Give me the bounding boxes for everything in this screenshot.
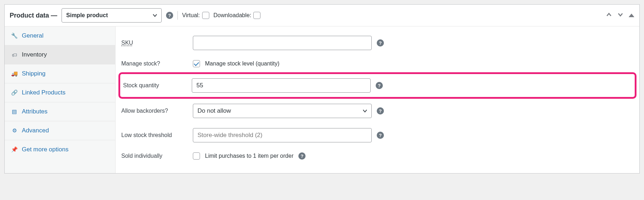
help-icon[interactable]: ? — [376, 82, 383, 89]
tab-linked-products[interactable]: 🔗 Linked Products — [5, 83, 115, 102]
panel-body: 🔧 General 🏷 Inventory 🚚 Shipping 🔗 Linke… — [5, 26, 639, 173]
stock-quantity-input[interactable] — [192, 78, 371, 93]
downloadable-checkbox[interactable] — [253, 12, 260, 19]
allow-backorders-select[interactable]: Do not allow — [193, 104, 372, 118]
product-type-selected: Simple product — [66, 12, 108, 19]
tab-attributes[interactable]: ▤ Attributes — [5, 102, 115, 121]
highlight-stock-quantity: Stock quantity ? — [118, 72, 636, 99]
downloadable-label: Downloadable: — [214, 12, 252, 19]
row-sku: SKU ? — [116, 31, 639, 55]
sku-input[interactable] — [193, 36, 372, 50]
help-icon[interactable]: ? — [377, 132, 384, 139]
tab-label: Attributes — [22, 108, 48, 115]
allow-backorders-selected: Do not allow — [197, 107, 231, 114]
row-allow-backorders: Allow backorders? Do not allow ? — [116, 99, 639, 123]
sold-individually-checkbox-label: Limit purchases to 1 item per order — [205, 153, 293, 159]
allow-backorders-label: Allow backorders? — [121, 108, 193, 114]
downloadable-option: Downloadable: — [214, 12, 261, 19]
tab-general[interactable]: 🔧 General — [5, 26, 115, 45]
help-icon[interactable]: ? — [377, 39, 384, 47]
tab-label: Get more options — [22, 146, 68, 153]
sku-label: SKU — [121, 40, 193, 46]
manage-stock-checkbox[interactable] — [193, 60, 200, 67]
sold-individually-checkbox[interactable] — [193, 152, 200, 160]
gear-icon: ⚙ — [11, 127, 18, 134]
chevron-up-icon[interactable] — [606, 11, 612, 19]
chevron-down-icon — [362, 108, 368, 114]
stock-quantity-label: Stock quantity — [123, 82, 192, 89]
virtual-option: Virtual: — [182, 12, 209, 19]
virtual-checkbox[interactable] — [202, 12, 209, 19]
manage-stock-label: Manage stock? — [121, 60, 193, 67]
row-sold-individually: Sold individually Limit purchases to 1 i… — [116, 147, 639, 165]
tab-content-inventory: SKU ? Manage stock? Manage stock level (… — [116, 26, 639, 173]
product-type-select[interactable]: Simple product — [62, 8, 162, 23]
chevron-down-icon[interactable] — [617, 11, 624, 19]
help-icon[interactable]: ? — [166, 12, 173, 19]
tab-get-more-options[interactable]: 📌 Get more options — [5, 140, 115, 159]
wrench-icon: 🔧 — [11, 33, 18, 39]
divider — [177, 11, 178, 20]
panel-title: Product data — — [10, 12, 57, 19]
virtual-label: Virtual: — [182, 12, 200, 19]
collapse-toggle-icon[interactable] — [629, 14, 634, 17]
link-icon: 🔗 — [11, 89, 18, 96]
tab-label: Shipping — [22, 70, 45, 77]
low-stock-input[interactable] — [193, 128, 372, 142]
tab-inventory[interactable]: 🏷 Inventory — [5, 45, 116, 64]
list-icon: ▤ — [11, 108, 18, 115]
tab-advanced[interactable]: ⚙ Advanced — [5, 121, 115, 140]
help-icon[interactable]: ? — [298, 152, 306, 160]
truck-icon: 🚚 — [11, 70, 18, 77]
tab-label: Inventory — [22, 51, 47, 58]
manage-stock-checkbox-label: Manage stock level (quantity) — [205, 60, 279, 67]
tab-label: Advanced — [22, 127, 49, 134]
chevron-down-icon — [152, 13, 158, 18]
panel-head-controls — [606, 11, 634, 19]
product-data-panel: Product data — Simple product ? Virtual:… — [4, 4, 640, 174]
panel-header: Product data — Simple product ? Virtual:… — [5, 5, 639, 26]
pin-icon: 📌 — [11, 146, 18, 153]
row-manage-stock: Manage stock? Manage stock level (quanti… — [116, 55, 639, 72]
low-stock-label: Low stock threshold — [121, 132, 193, 138]
tag-icon: 🏷 — [11, 52, 18, 58]
row-low-stock-threshold: Low stock threshold ? — [116, 123, 639, 147]
tab-label: Linked Products — [22, 89, 65, 96]
tab-shipping[interactable]: 🚚 Shipping — [5, 64, 115, 83]
help-icon[interactable]: ? — [377, 107, 384, 114]
tabs-nav: 🔧 General 🏷 Inventory 🚚 Shipping 🔗 Linke… — [5, 26, 116, 173]
sold-individually-label: Sold individually — [121, 153, 193, 159]
tab-label: General — [22, 32, 43, 39]
